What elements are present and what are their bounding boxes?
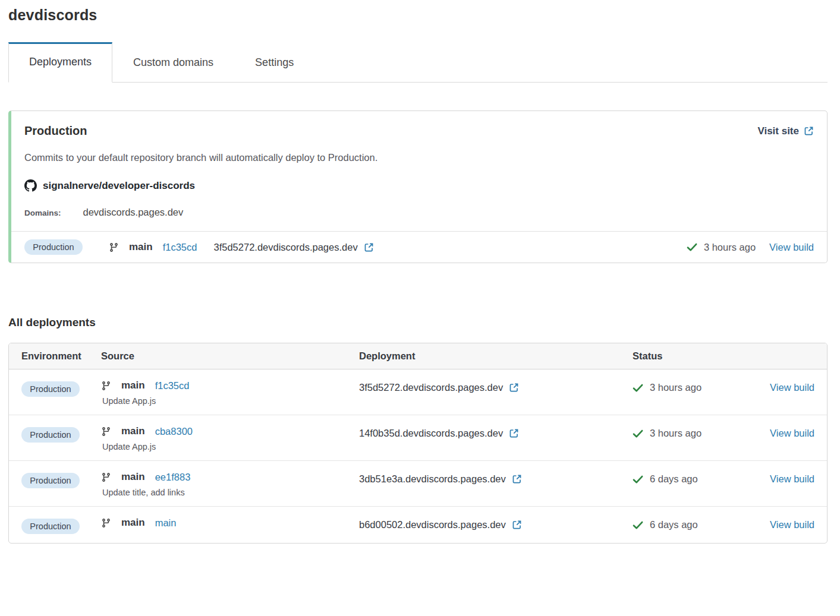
check-success-icon — [633, 428, 643, 439]
production-deployment-row: Production main f1c35cd 3f5d5272.devdisc… — [11, 231, 827, 263]
commit-link[interactable]: cba8300 — [155, 426, 193, 437]
table-row: Production main main b6d00502.devdiscord… — [9, 507, 827, 543]
domains-label: Domains: — [24, 209, 61, 217]
view-build-link[interactable]: View build — [770, 428, 814, 439]
environment-badge: Production — [21, 427, 80, 443]
check-success-icon — [633, 520, 643, 530]
production-card-description: Commits to your default repository branc… — [24, 152, 814, 163]
table-row: Production main f1c35cd Update App.js 3f… — [9, 369, 827, 415]
tab-bar: Deployments Custom domains Settings — [8, 42, 828, 83]
page-title: devdiscords — [8, 0, 828, 24]
deployments-table: Environment Source Deployment Status Pro… — [8, 343, 828, 544]
check-success-icon — [687, 242, 697, 252]
column-deployment: Deployment — [359, 350, 633, 362]
github-icon — [24, 179, 37, 192]
git-branch-icon — [101, 427, 111, 437]
tab-custom-domains[interactable]: Custom domains — [112, 43, 234, 83]
view-build-link[interactable]: View build — [770, 382, 814, 393]
external-link-icon[interactable] — [512, 520, 522, 530]
view-build-link[interactable]: View build — [769, 242, 814, 253]
git-branch-icon — [101, 472, 111, 482]
environment-badge: Production — [21, 519, 80, 534]
deployment-url: b6d00502.devdiscords.pages.dev — [359, 519, 506, 530]
environment-badge: Production — [21, 473, 80, 488]
production-card-title: Production — [24, 124, 87, 138]
commit-link[interactable]: f1c35cd — [155, 380, 190, 391]
git-branch-icon — [109, 242, 119, 252]
external-link-icon[interactable] — [364, 242, 374, 252]
deployment-url: 3db51e3a.devdiscords.pages.dev — [359, 473, 506, 485]
table-body: Production main f1c35cd Update App.js 3f… — [9, 369, 827, 543]
commit-message: Update title, add links — [101, 488, 359, 497]
table-header: Environment Source Deployment Status — [9, 343, 827, 369]
domains-value: devdiscords.pages.dev — [83, 207, 184, 218]
branch-name: main — [121, 425, 145, 437]
table-row: Production main cba8300 Update App.js 14… — [9, 415, 827, 461]
column-source: Source — [101, 350, 359, 362]
column-environment: Environment — [21, 350, 101, 362]
table-row: Production main ee1f883 Update title, ad… — [9, 461, 827, 507]
external-link-icon[interactable] — [509, 428, 519, 438]
check-success-icon — [633, 383, 643, 393]
tab-settings[interactable]: Settings — [234, 43, 314, 83]
external-link-icon — [804, 126, 814, 136]
deployment-url: 3f5d5272.devdiscords.pages.dev — [213, 242, 357, 253]
branch-name: main — [121, 380, 145, 391]
visit-site-label: Visit site — [757, 125, 799, 137]
page: devdiscords Deployments Custom domains S… — [0, 0, 840, 544]
column-status: Status — [633, 350, 814, 362]
git-branch-icon — [101, 381, 111, 391]
view-build-link[interactable]: View build — [770, 473, 814, 485]
all-deployments-title: All deployments — [8, 316, 828, 329]
external-link-icon[interactable] — [512, 474, 522, 484]
external-link-icon[interactable] — [509, 383, 519, 393]
tab-deployments[interactable]: Deployments — [8, 42, 112, 83]
view-build-link[interactable]: View build — [770, 519, 814, 530]
branch-name: main — [121, 471, 145, 483]
deployment-url: 3f5d5272.devdiscords.pages.dev — [359, 382, 503, 393]
production-card: Production Visit site Commits to your de… — [8, 110, 828, 263]
visit-site-link[interactable]: Visit site — [757, 125, 814, 137]
environment-badge: Production — [21, 381, 80, 397]
repository-name: signalnerve/developer-discords — [43, 180, 195, 192]
commit-link[interactable]: main — [155, 517, 177, 529]
status-time: 6 days ago — [650, 519, 698, 530]
status-time: 6 days ago — [650, 473, 698, 485]
check-success-icon — [633, 474, 643, 485]
deployment-url: 14f0b35d.devdiscords.pages.dev — [359, 428, 503, 439]
git-branch-icon — [101, 518, 111, 528]
status-time: 3 hours ago — [650, 428, 701, 439]
commit-link[interactable]: ee1f883 — [155, 472, 191, 483]
commit-message: Update App.js — [101, 442, 359, 451]
commit-message: Update App.js — [101, 396, 359, 406]
environment-badge: Production — [24, 239, 83, 255]
branch-name: main — [121, 517, 145, 529]
status-time: 3 hours ago — [704, 242, 756, 253]
branch-name: main — [129, 241, 153, 253]
status-time: 3 hours ago — [650, 382, 701, 393]
commit-link[interactable]: f1c35cd — [163, 242, 197, 253]
